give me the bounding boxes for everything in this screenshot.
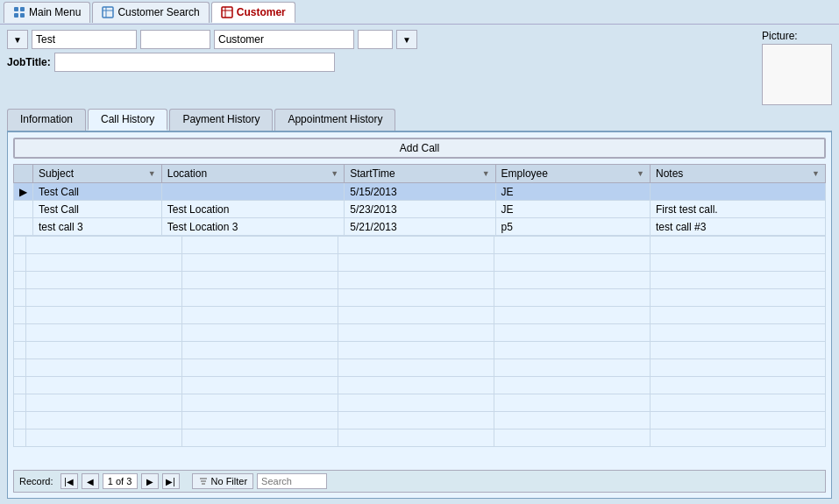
tab-appointment-history[interactable]: Appointment History [274, 109, 395, 131]
empty-row [14, 412, 826, 429]
nav-first-btn[interactable]: |◀ [60, 473, 78, 489]
col-location[interactable]: Location ▼ [161, 165, 344, 183]
last-name-input[interactable] [140, 30, 210, 49]
empty-row [14, 342, 826, 359]
col-notes[interactable]: Notes ▼ [651, 165, 826, 183]
picture-label: Picture: [762, 30, 798, 42]
sort-arrow-starttime: ▼ [482, 169, 490, 178]
tab-appointment-history-label: Appointment History [288, 113, 382, 125]
empty-row [14, 429, 826, 447]
svg-rect-0 [14, 7, 18, 11]
tab-information-label: Information [20, 113, 73, 125]
call-table-scroll[interactable]: Subject ▼ Location ▼ Sta [13, 164, 826, 466]
cell-location: Test Location 3 [161, 218, 344, 236]
search-input[interactable] [257, 473, 327, 489]
customer-type-input[interactable] [214, 30, 354, 49]
tab-main-menu[interactable]: Main Menu [4, 2, 90, 23]
tab-payment-history-label: Payment History [182, 113, 260, 125]
tab-customer-search[interactable]: Customer Search [92, 2, 209, 23]
code-dropdown-btn[interactable]: ▼ [396, 30, 417, 49]
table-row[interactable]: Test CallTest Location5/23/2013JEFirst t… [14, 201, 826, 218]
call-table-body: ▶Test Call5/15/2013JETest CallTest Locat… [14, 183, 826, 236]
nav-prev-btn[interactable]: ◀ [82, 473, 99, 489]
filter-icon [198, 476, 209, 486]
main-content: ▼ ▼ JobTitle: Picture: Information Call … [0, 25, 839, 504]
svg-rect-7 [222, 7, 232, 18]
jobtitle-input[interactable] [54, 53, 335, 72]
sort-arrow-employee: ▼ [636, 169, 644, 178]
col-starttime-label: StartTime [350, 167, 395, 180]
name-row: ▼ ▼ [7, 30, 750, 49]
sort-arrow-subject: ▼ [148, 169, 156, 178]
svg-rect-2 [14, 13, 18, 18]
top-form-left: ▼ ▼ JobTitle: [7, 30, 750, 72]
cell-employee: JE [495, 183, 650, 201]
nav-bar: Record: |◀ ◀ ▶ ▶| No Filter [13, 470, 826, 493]
picture-area: Picture: [762, 30, 832, 105]
empty-rows-grid [13, 236, 826, 447]
tab-customer[interactable]: Customer [211, 2, 295, 23]
no-filter-label: No Filter [211, 476, 248, 486]
col-employee[interactable]: Employee ▼ [495, 165, 650, 183]
jobtitle-label: JobTitle: [7, 56, 51, 68]
empty-row [14, 307, 826, 324]
row-indicator: ▶ [14, 183, 33, 201]
tab-payment-history[interactable]: Payment History [169, 109, 273, 131]
svg-rect-3 [20, 13, 25, 18]
table-icon [102, 6, 114, 18]
empty-row [14, 324, 826, 342]
col-starttime[interactable]: StartTime ▼ [345, 165, 495, 183]
tab-panel-call-history: Add Call Subject ▼ [7, 132, 832, 499]
cell-starttime: 5/21/2013 [345, 218, 495, 236]
name-dropdown-btn[interactable]: ▼ [7, 30, 28, 49]
empty-row [14, 254, 826, 272]
sort-arrow-location: ▼ [331, 169, 338, 178]
tab-main-menu-label: Main Menu [29, 6, 81, 18]
col-employee-label: Employee [501, 167, 548, 180]
jobtitle-row: JobTitle: [7, 53, 750, 72]
row-indicator [14, 201, 33, 218]
col-location-label: Location [167, 167, 207, 180]
table-row[interactable]: ▶Test Call5/15/2013JE [14, 183, 826, 201]
inner-tab-bar: Information Call History Payment History… [7, 109, 832, 132]
tab-call-history-label: Call History [101, 113, 154, 125]
tab-call-history[interactable]: Call History [88, 109, 167, 131]
nav-page-input[interactable] [103, 473, 138, 489]
first-name-input[interactable] [32, 30, 137, 49]
col-subject[interactable]: Subject ▼ [33, 165, 162, 183]
add-call-button[interactable]: Add Call [13, 138, 826, 159]
cell-subject: Test Call [33, 183, 162, 201]
cell-notes: First test call. [651, 201, 826, 218]
nav-last-btn[interactable]: ▶| [162, 473, 180, 489]
empty-row [14, 237, 826, 254]
cell-subject: Test Call [33, 201, 162, 218]
cell-starttime: 5/23/2013 [345, 201, 495, 218]
tab-customer-search-label: Customer Search [117, 6, 199, 18]
svg-rect-4 [103, 7, 113, 18]
empty-row [14, 359, 826, 377]
empty-row [14, 272, 826, 289]
top-form: ▼ ▼ JobTitle: Picture: [7, 30, 832, 105]
tab-information[interactable]: Information [7, 109, 86, 131]
record-label: Record: [19, 476, 53, 486]
no-filter-button[interactable]: No Filter [192, 473, 254, 489]
cell-subject: test call 3 [33, 218, 162, 236]
svg-rect-1 [20, 7, 25, 11]
table-icon-2 [221, 6, 233, 18]
table-header-row: Subject ▼ Location ▼ Sta [14, 165, 826, 183]
col-indicator [14, 165, 33, 183]
tab-customer-label: Customer [237, 6, 286, 18]
table-row[interactable]: test call 3Test Location 35/21/2013p5tes… [14, 218, 826, 236]
nav-next-btn[interactable]: ▶ [141, 473, 159, 489]
call-table: Subject ▼ Location ▼ Sta [13, 164, 826, 236]
cell-notes [651, 183, 826, 201]
cell-notes: test call #3 [651, 218, 826, 236]
sort-arrow-notes: ▼ [812, 169, 820, 178]
code-input[interactable] [358, 30, 393, 49]
row-indicator [14, 218, 33, 236]
grid-icon [13, 6, 25, 18]
empty-row [14, 377, 826, 394]
cell-location [161, 183, 344, 201]
col-notes-label: Notes [656, 167, 683, 180]
add-call-label: Add Call [400, 142, 439, 154]
